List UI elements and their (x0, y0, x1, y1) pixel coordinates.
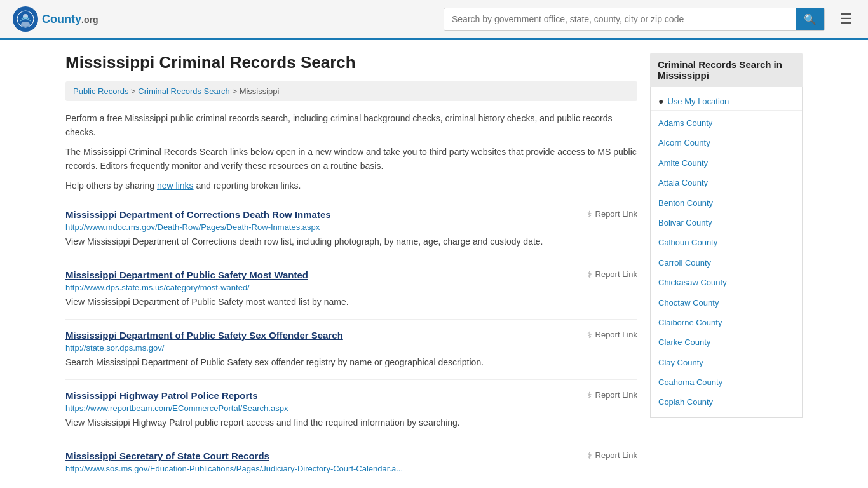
result-item: Mississippi Secretary of State Court Rec… (65, 440, 637, 487)
report-icon-0: ⚕ (587, 209, 592, 219)
logo-icon (13, 6, 38, 32)
desc-para1: Perform a free Mississippi public crimin… (65, 111, 637, 140)
logo-text: County.org (42, 13, 98, 26)
result-desc-0: View Mississippi Department of Correctio… (65, 235, 637, 248)
results-list: Mississippi Department of Corrections De… (65, 199, 637, 487)
report-link-button-0[interactable]: ⚕ Report Link (587, 209, 637, 219)
description: Perform a free Mississippi public crimin… (65, 111, 637, 193)
county-link-coahoma-county[interactable]: Coahoma County (651, 372, 802, 392)
county-link-carroll-county[interactable]: Carroll County (651, 253, 802, 273)
result-title-2[interactable]: Mississippi Department of Public Safety … (65, 330, 343, 341)
breadcrumb-section[interactable]: Criminal Records Search (138, 86, 230, 96)
county-link-alcorn-county[interactable]: Alcorn County (651, 133, 802, 152)
page-title: Mississippi Criminal Records Search (65, 53, 637, 72)
county-link-attala-county[interactable]: Attala County (651, 173, 802, 193)
sidebar: Criminal Records Search in Mississippi ●… (650, 53, 803, 487)
result-url-1[interactable]: http://www.dps.state.ms.us/category/most… (65, 283, 637, 292)
report-icon-1: ⚕ (587, 269, 592, 280)
report-link-button-4[interactable]: ⚕ Report Link (587, 451, 637, 461)
county-link-adams-county[interactable]: Adams County (651, 113, 802, 133)
result-url-3[interactable]: https://www.reportbeam.com/ECommercePort… (65, 403, 637, 413)
report-link-button-3[interactable]: ⚕ Report Link (587, 390, 637, 400)
result-url-4[interactable]: http://www.sos.ms.gov/Education-Publicat… (65, 464, 637, 473)
breadcrumb-sep1: > (131, 86, 138, 96)
report-link-label-0: Report Link (595, 209, 637, 219)
use-location-label: Use My Location (667, 97, 729, 106)
result-title-0[interactable]: Mississippi Department of Corrections De… (65, 209, 331, 220)
result-header: Mississippi Secretary of State Court Rec… (65, 451, 637, 461)
desc-para3-prefix: Help others by sharing (65, 180, 157, 191)
result-url-0[interactable]: http://www.mdoc.ms.gov/Death-Row/Pages/D… (65, 222, 637, 232)
report-link-label-3: Report Link (595, 390, 637, 400)
menu-button[interactable]: ☰ (837, 10, 855, 29)
result-url-2[interactable]: http://state.sor.dps.ms.gov/ (65, 343, 637, 353)
breadcrumb-sep2: > (232, 86, 239, 96)
result-desc-1: View Mississippi Department of Public Sa… (65, 295, 637, 309)
report-link-button-2[interactable]: ⚕ Report Link (587, 330, 637, 340)
new-links-link[interactable]: new links (157, 180, 194, 191)
search-input[interactable] (444, 9, 796, 29)
result-header: Mississippi Highway Patrol Police Report… (65, 390, 637, 401)
content-area: Mississippi Criminal Records Search Publ… (65, 53, 637, 487)
county-link-clarke-county[interactable]: Clarke County (651, 332, 802, 352)
site-header: County.org 🔍 ☰ (0, 0, 868, 40)
report-icon-4: ⚕ (587, 451, 592, 461)
result-title-3[interactable]: Mississippi Highway Patrol Police Report… (65, 390, 258, 401)
svg-point-1 (23, 14, 28, 19)
report-link-button-1[interactable]: ⚕ Report Link (587, 269, 637, 280)
desc-para2: The Mississippi Criminal Records Search … (65, 145, 637, 173)
county-link-chickasaw-county[interactable]: Chickasaw County (651, 273, 802, 292)
sidebar-content: ● Use My Location Adams CountyAlcorn Cou… (650, 87, 803, 418)
report-link-label-4: Report Link (595, 451, 637, 460)
county-link-claiborne-county[interactable]: Claiborne County (651, 313, 802, 332)
county-link-clay-county[interactable]: Clay County (651, 353, 802, 372)
county-link-calhoun-county[interactable]: Calhoun County (651, 233, 802, 252)
county-link-benton-county[interactable]: Benton County (651, 193, 802, 213)
county-link-choctaw-county[interactable]: Choctaw County (651, 293, 802, 313)
result-desc-2: Search Mississippi Department of Public … (65, 356, 637, 369)
breadcrumb-current: Mississippi (240, 86, 280, 96)
search-button[interactable]: 🔍 (796, 8, 824, 30)
svg-point-2 (21, 22, 30, 27)
result-item: Mississippi Department of Public Safety … (65, 259, 637, 320)
report-icon-3: ⚕ (587, 390, 592, 400)
result-header: Mississippi Department of Public Safety … (65, 330, 637, 341)
main-container: Mississippi Criminal Records Search Publ… (53, 40, 815, 488)
desc-para3-suffix: and reporting broken links. (194, 180, 301, 191)
result-header: Mississippi Department of Corrections De… (65, 209, 637, 220)
result-title-4[interactable]: Mississippi Secretary of State Court Rec… (65, 451, 269, 461)
result-item: Mississippi Department of Public Safety … (65, 320, 637, 380)
report-link-label-1: Report Link (595, 269, 637, 279)
result-desc-3: View Mississippi Highway Patrol public r… (65, 416, 637, 430)
breadcrumb-home[interactable]: Public Records (73, 86, 128, 96)
report-link-label-2: Report Link (595, 330, 637, 339)
result-item: Mississippi Department of Corrections De… (65, 199, 637, 259)
report-icon-2: ⚕ (587, 330, 592, 340)
county-list: Adams CountyAlcorn CountyAmite CountyAtt… (651, 113, 802, 412)
use-my-location[interactable]: ● Use My Location (651, 92, 802, 111)
result-title-1[interactable]: Mississippi Department of Public Safety … (65, 269, 308, 280)
search-bar: 🔍 (444, 8, 825, 31)
desc-para3: Help others by sharing new links and rep… (65, 179, 637, 193)
result-item: Mississippi Highway Patrol Police Report… (65, 380, 637, 440)
sidebar-header: Criminal Records Search in Mississippi (650, 53, 803, 87)
county-link-copiah-county[interactable]: Copiah County (651, 392, 802, 412)
location-icon: ● (658, 96, 663, 106)
breadcrumb: Public Records > Criminal Records Search… (65, 81, 637, 101)
county-link-bolivar-county[interactable]: Bolivar County (651, 213, 802, 233)
site-logo[interactable]: County.org (13, 6, 98, 32)
result-header: Mississippi Department of Public Safety … (65, 269, 637, 280)
county-link-amite-county[interactable]: Amite County (651, 153, 802, 173)
hamburger-icon: ☰ (840, 11, 853, 27)
